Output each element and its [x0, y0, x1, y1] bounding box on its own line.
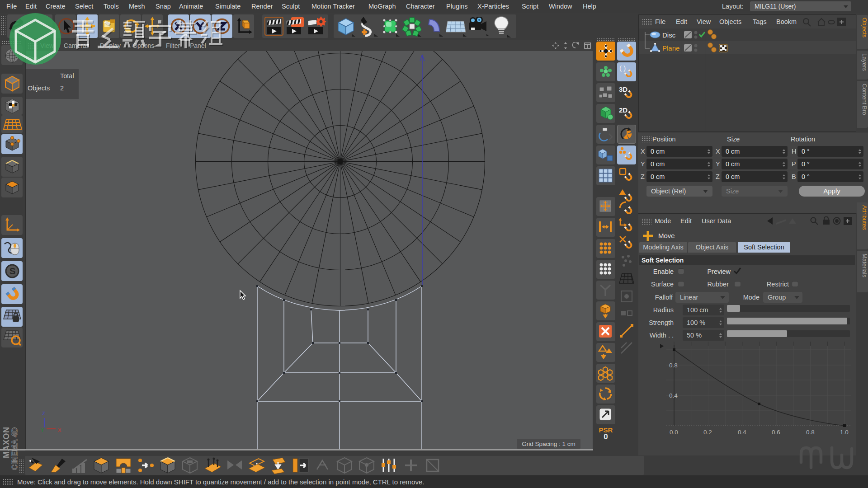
svg-text:( ): ( ) — [619, 64, 626, 72]
svg-text:Z: Z — [42, 411, 45, 416]
svg-text:0.6: 0.6 — [772, 429, 780, 436]
svg-text:S: S — [9, 266, 15, 276]
svg-text:X: X — [58, 427, 61, 433]
svg-text:Plane: Plane — [662, 44, 679, 52]
svg-text:Disc: Disc — [662, 31, 676, 39]
svg-text:0.4: 0.4 — [669, 392, 678, 399]
svg-text:2D: 2D — [619, 106, 627, 114]
svg-text:0.8: 0.8 — [669, 362, 678, 369]
svg-text:Y: Y — [41, 427, 44, 433]
svg-text:1.0: 1.0 — [840, 429, 849, 436]
svg-text:3D: 3D — [619, 85, 627, 93]
svg-text:0.0: 0.0 — [670, 429, 678, 436]
svg-text:0.2: 0.2 — [703, 429, 712, 436]
svg-text:0.8: 0.8 — [806, 429, 815, 436]
svg-text:0.4: 0.4 — [738, 429, 746, 436]
